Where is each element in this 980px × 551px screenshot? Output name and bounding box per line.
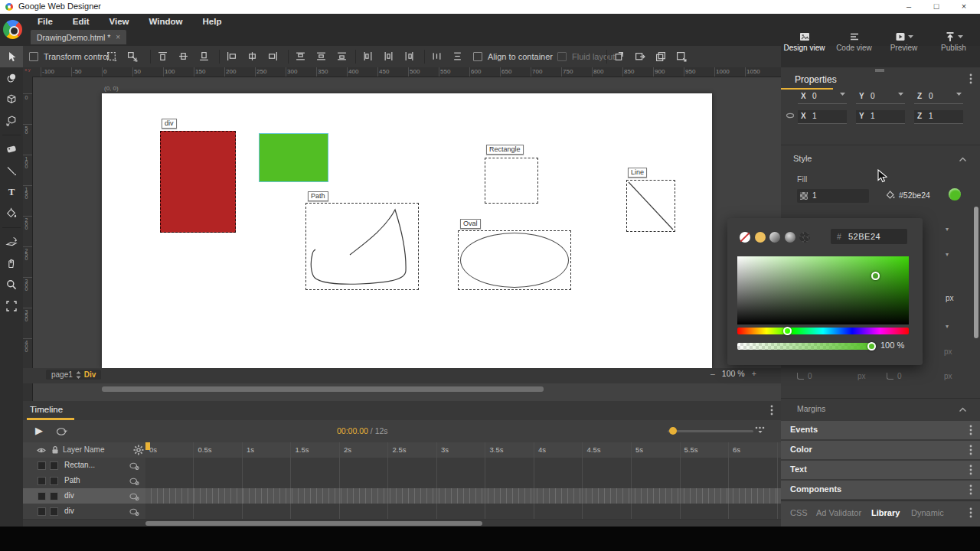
text-tool[interactable]: T (0, 181, 23, 203)
collapse-chevron-icon[interactable] (959, 156, 967, 163)
fit-to-content-icon[interactable] (676, 51, 687, 62)
distribute-left-icon[interactable] (363, 51, 374, 62)
align-top-icon[interactable] (158, 51, 168, 62)
stage-rotate-tool[interactable] (0, 231, 23, 253)
selection-tool[interactable] (0, 46, 23, 67)
layer-track[interactable] (145, 458, 781, 474)
code-view-button[interactable]: Code view (829, 30, 879, 52)
zoom-level[interactable]: 100 % (722, 369, 745, 378)
footer-tabs-menu-icon[interactable] (969, 507, 972, 518)
section-menu-icon[interactable] (969, 425, 972, 435)
footer-tab-ad-validator[interactable]: Ad Validator (816, 508, 861, 517)
align-center-icon[interactable] (247, 51, 258, 62)
checkbox-icon[interactable] (29, 52, 38, 61)
footer-tab-library[interactable]: Library (871, 508, 900, 517)
no-color-swatch[interactable] (740, 232, 750, 243)
layer-visibility-toggle[interactable] (38, 507, 46, 516)
lock-icon[interactable] (51, 445, 60, 454)
layer-track[interactable] (145, 473, 781, 489)
line-shape[interactable] (626, 180, 675, 232)
translate-y-field[interactable]: Y0 (856, 90, 905, 104)
document-tab[interactable]: DrawingDemo.html * × (31, 30, 126, 44)
layer-visibility-toggle[interactable] (38, 477, 46, 485)
align-middle-icon[interactable] (178, 51, 189, 62)
distribute-right-icon[interactable] (404, 51, 415, 62)
fill-color-swatch[interactable] (949, 188, 961, 201)
layer-visibility-toggle[interactable] (38, 461, 46, 470)
breadcrumb-element[interactable]: Div (84, 370, 96, 379)
distribute-gaps-h-icon[interactable] (432, 51, 443, 62)
breadcrumb[interactable]: page1 Div (46, 370, 101, 380)
align-to-container-checkbox[interactable]: Align to container (473, 46, 553, 67)
zoom-in-button[interactable]: + (752, 369, 756, 378)
hue-slider[interactable] (737, 328, 909, 334)
timeline-zoom-knob[interactable] (669, 427, 677, 435)
zoom-tool[interactable] (0, 274, 23, 295)
alpha-slider[interactable] (737, 343, 875, 350)
scale-z-field[interactable]: Z1 (914, 110, 963, 124)
oval-shape[interactable] (458, 230, 571, 290)
distribute-middle-icon[interactable] (316, 51, 327, 62)
translate-z-field[interactable]: Z0 (914, 90, 963, 104)
layer-loop-icon[interactable] (129, 477, 139, 485)
fullscreen-tool[interactable] (0, 295, 23, 317)
scale-x-field[interactable]: X1 (798, 110, 847, 124)
timeline-more-icon[interactable] (755, 426, 765, 433)
solid-color-swatch[interactable] (755, 232, 766, 243)
translate-x-field[interactable]: X0 (798, 90, 847, 104)
section-menu-icon[interactable] (969, 484, 972, 495)
layer-track[interactable] (145, 488, 781, 504)
tab-close-icon[interactable]: × (116, 33, 120, 41)
playhead[interactable] (145, 442, 150, 450)
linear-gradient-swatch[interactable] (769, 232, 780, 243)
move-out-of-group-icon[interactable] (635, 51, 645, 62)
fill-opacity-field[interactable]: 1 (797, 189, 869, 203)
footer-tab-dynamic[interactable]: Dynamic (911, 508, 944, 517)
section-menu-icon[interactable] (969, 445, 972, 455)
distribute-top-icon[interactable] (296, 51, 306, 62)
timeline-menu-icon[interactable] (770, 405, 773, 416)
free-transform-icon[interactable] (106, 51, 117, 62)
constrain-size-icon[interactable] (127, 51, 138, 62)
object-rotate-tool[interactable] (0, 89, 23, 110)
breadcrumb-page[interactable]: page1 (51, 370, 73, 379)
timeline-horizontal-scrollbar[interactable] (145, 521, 482, 526)
radial-gradient-swatch[interactable] (785, 232, 795, 243)
publish-button[interactable]: Publish (929, 30, 978, 52)
corner-radius-field[interactable]: 0 (887, 372, 902, 380)
style-section-header[interactable]: Style (793, 154, 812, 163)
scale-y-field[interactable]: Y1 (856, 110, 905, 124)
layer-loop-icon[interactable] (129, 492, 139, 500)
collapse-chevron-icon[interactable] (959, 406, 967, 413)
menu-item-edit[interactable]: Edit (63, 14, 100, 29)
page-select-icon[interactable] (76, 371, 81, 379)
green-rectangle-shape[interactable] (259, 133, 328, 182)
layer-lock-toggle[interactable] (50, 461, 58, 470)
close-window-button[interactable]: × (952, 0, 975, 14)
layer-row[interactable]: Rectan... (23, 458, 145, 474)
link-scale-icon[interactable] (786, 112, 795, 119)
layer-loop-icon[interactable] (129, 461, 139, 470)
paint-bucket-tool[interactable] (0, 203, 23, 224)
maximize-button[interactable]: □ (925, 0, 948, 14)
image-fill-swatch[interactable] (799, 232, 810, 243)
tag-tool[interactable] (0, 139, 23, 160)
corner-radius-field[interactable]: 0 (797, 372, 812, 380)
layer-visibility-toggle[interactable] (38, 492, 46, 500)
rectangle-shape[interactable] (485, 158, 538, 204)
object-translate-tool[interactable] (0, 110, 23, 132)
preview-button[interactable]: Preview (879, 30, 929, 52)
zoom-out-button[interactable]: – (710, 369, 715, 378)
saturation-brightness-box[interactable] (737, 256, 909, 324)
section-text-header[interactable]: Text (781, 461, 980, 479)
distribute-gaps-v-icon[interactable] (452, 51, 463, 62)
dropdown-caret-icon[interactable]: ▾ (946, 226, 949, 233)
layer-row[interactable]: div (23, 504, 145, 520)
menu-item-file[interactable]: File (28, 14, 63, 29)
footer-tab-css[interactable]: CSS (790, 508, 808, 517)
transform-control-checkbox[interactable]: Transform control (29, 46, 109, 67)
time-ruler[interactable]: 0s0.5s1s1.5s2s2.5s3s3.5s4s4.5s5s5.5s6s (145, 442, 781, 458)
minimize-button[interactable]: – (897, 0, 920, 14)
timeline-title[interactable]: Timeline (30, 405, 63, 414)
layer-lock-toggle[interactable] (50, 477, 58, 485)
